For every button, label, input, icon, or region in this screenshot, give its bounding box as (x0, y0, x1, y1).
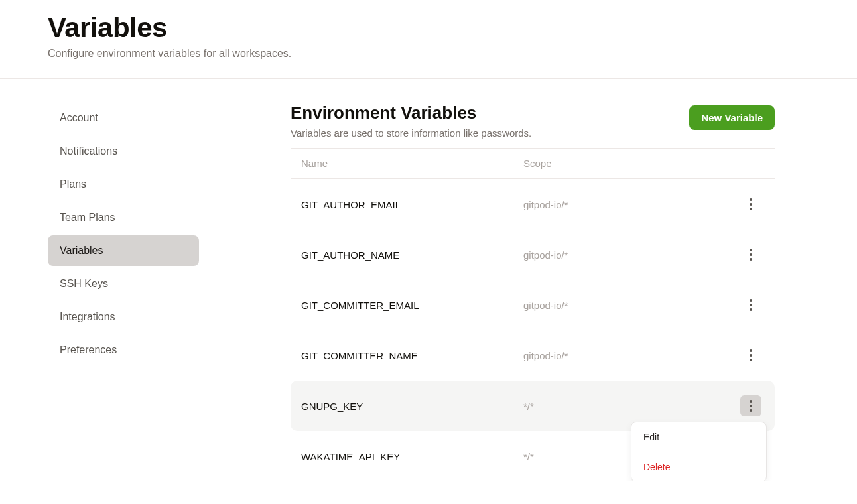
sidebar-item-team-plans[interactable]: Team Plans (48, 202, 199, 233)
delete-button[interactable]: Delete (631, 452, 766, 481)
sidebar-item-label: SSH Keys (60, 278, 108, 289)
table-header: Name Scope (291, 148, 775, 179)
edit-button[interactable]: Edit (631, 422, 766, 452)
column-header-actions (738, 158, 764, 169)
variables-table: Name Scope GIT_AUTHOR_EMAILgitpod-io/*GI… (291, 148, 775, 481)
actions-dropdown: EditDelete (631, 422, 767, 481)
more-vertical-icon (750, 249, 752, 261)
more-vertical-icon (750, 299, 752, 311)
sidebar-item-ssh-keys[interactable]: SSH Keys (48, 269, 199, 299)
kebab-icon[interactable] (740, 194, 761, 215)
row-actions (738, 345, 764, 366)
sidebar-item-label: Account (60, 112, 98, 123)
kebab-icon[interactable] (740, 244, 761, 265)
variable-name: WAKATIME_API_KEY (301, 451, 523, 462)
main-content: Environment Variables Variables are used… (291, 103, 775, 481)
section-title: Environment Variables (291, 103, 531, 123)
table-row: GIT_COMMITTER_NAMEgitpod-io/* (291, 330, 775, 381)
table-row: GIT_AUTHOR_EMAILgitpod-io/* (291, 179, 775, 229)
variable-name: GIT_AUTHOR_EMAIL (301, 199, 523, 210)
sidebar-item-label: Plans (60, 178, 86, 190)
sidebar-item-label: Preferences (60, 344, 117, 355)
new-variable-button[interactable]: New Variable (689, 105, 775, 130)
column-header-name: Name (301, 158, 523, 169)
variable-name: GNUPG_KEY (301, 401, 523, 412)
kebab-icon[interactable] (740, 345, 761, 366)
sidebar-item-preferences[interactable]: Preferences (48, 335, 199, 365)
table-row: GNUPG_KEY*/*EditDelete (291, 381, 775, 431)
variable-scope: */* (523, 401, 738, 412)
more-vertical-icon (750, 349, 752, 361)
variable-scope: gitpod-io/* (523, 350, 738, 361)
sidebar-item-plans[interactable]: Plans (48, 169, 199, 200)
page-subtitle: Configure environment variables for all … (48, 48, 857, 60)
variable-scope: gitpod-io/* (523, 300, 738, 311)
sidebar: AccountNotificationsPlansTeam PlansVaria… (0, 103, 199, 481)
variable-name: GIT_AUTHOR_NAME (301, 249, 523, 261)
sidebar-item-label: Team Plans (60, 212, 115, 223)
variable-scope: gitpod-io/* (523, 249, 738, 261)
variable-name: GIT_COMMITTER_EMAIL (301, 300, 523, 311)
column-header-scope: Scope (523, 158, 738, 169)
sidebar-item-notifications[interactable]: Notifications (48, 136, 199, 166)
section-subtitle: Variables are used to store information … (291, 127, 531, 139)
row-actions (738, 294, 764, 316)
row-actions (738, 194, 764, 215)
sidebar-item-label: Notifications (60, 145, 117, 157)
more-vertical-icon (750, 198, 752, 210)
table-row: GIT_COMMITTER_EMAILgitpod-io/* (291, 280, 775, 330)
sidebar-item-label: Integrations (60, 311, 115, 322)
sidebar-item-variables[interactable]: Variables (48, 235, 199, 266)
variable-scope: gitpod-io/* (523, 199, 738, 210)
kebab-icon[interactable] (740, 294, 761, 316)
table-row: GIT_AUTHOR_NAMEgitpod-io/* (291, 229, 775, 280)
sidebar-item-label: Variables (60, 245, 103, 256)
more-vertical-icon (750, 400, 752, 412)
row-actions (738, 395, 764, 416)
variable-name: GIT_COMMITTER_NAME (301, 350, 523, 361)
kebab-icon[interactable] (740, 395, 761, 416)
row-actions (738, 244, 764, 265)
page-title: Variables (48, 12, 857, 44)
sidebar-item-account[interactable]: Account (48, 103, 199, 133)
sidebar-item-integrations[interactable]: Integrations (48, 302, 199, 332)
